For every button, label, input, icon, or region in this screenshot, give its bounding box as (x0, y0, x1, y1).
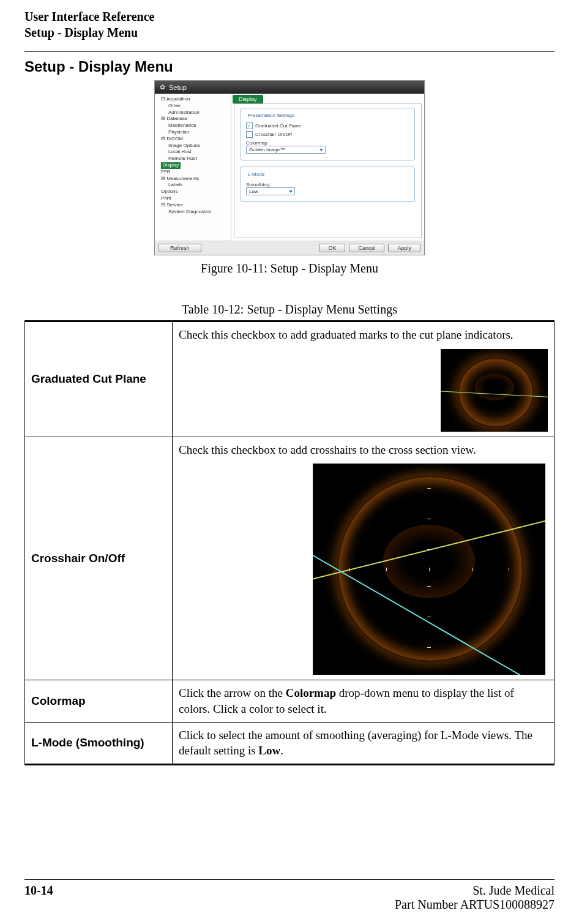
oct-image-large (313, 464, 545, 675)
page-number: 10-14 (24, 884, 53, 912)
crosshair-checkbox-label: Crosshair On/Off (255, 132, 292, 137)
row-desc-crosshair-text: Check this checkbox to add crosshairs to… (179, 443, 476, 456)
tree-physician[interactable]: Physician (156, 129, 230, 136)
cancel-button[interactable]: Cancel (349, 244, 384, 252)
setup-tree[interactable]: ⊟ Acquisition Other Administration ⊟ Dat… (155, 94, 231, 241)
tree-administration[interactable]: Administration (156, 110, 230, 116)
row-label-lmode: L-Mode (Smoothing) (25, 722, 173, 764)
tree-acquisition[interactable]: ⊟ Acquisition (156, 96, 230, 103)
colormap-dropdown[interactable]: Golden Image™ (246, 146, 326, 154)
ok-button[interactable]: OK (319, 244, 345, 252)
table-caption: Table 10-12: Setup - Display Menu Settin… (24, 302, 555, 317)
page-footer: 10-14 St. Jude Medical Part Number ARTUS… (24, 879, 555, 912)
figure-caption: Figure 10-11: Setup - Display Menu (24, 261, 555, 276)
colormap-label: Colormap (246, 140, 409, 146)
colormap-desc-pre: Click the arrow on the (179, 686, 286, 699)
footer-company: St. Jude Medical (395, 884, 555, 898)
tree-measurements[interactable]: ⊟ Measurements (156, 176, 230, 182)
row-label-colormap: Colormap (25, 680, 173, 722)
colormap-desc-bold: Colormap (286, 686, 336, 699)
table-row: Crosshair On/Off Check this checkbox to … (25, 437, 555, 680)
lmode-desc-bold: Low (258, 744, 280, 757)
lmode-fieldset: L-Mode Smoothing: Low (241, 167, 415, 202)
lmode-desc-pre: Click to select the amount of smoothing … (179, 729, 532, 757)
row-desc-lmode: Click to select the amount of smoothing … (173, 722, 555, 764)
lmode-desc-post: . (280, 744, 283, 757)
tree-database[interactable]: ⊟ Database (156, 116, 230, 122)
tree-print[interactable]: Print (156, 195, 230, 202)
checkbox-empty-icon[interactable] (246, 131, 253, 138)
tree-service[interactable]: ⊟ Service (156, 202, 230, 209)
presentation-fieldset: Presentation Settings ✓ Graduated Cut Pl… (241, 108, 415, 160)
dialog-footer: Refresh OK Cancel Apply (155, 241, 424, 255)
tree-ffr[interactable]: FFR (156, 169, 230, 176)
row-label-graduated: Graduated Cut Plane (25, 321, 173, 437)
smoothing-dropdown[interactable]: Low (246, 187, 295, 195)
tree-dicom[interactable]: ⊟ DICOM (156, 136, 230, 143)
running-header: User Interface Reference Setup - Display… (24, 9, 555, 40)
tree-options[interactable]: Options (156, 189, 230, 195)
lmode-legend: L-Mode (246, 171, 266, 177)
setup-right: Display Presentation Settings ✓ Graduate… (231, 94, 424, 241)
dialog-titlebar: Setup (155, 81, 424, 94)
tree-other[interactable]: Other (156, 103, 230, 110)
running-header-line1: User Interface Reference (24, 9, 555, 24)
crosshair-checkbox-row[interactable]: Crosshair On/Off (246, 131, 409, 138)
graduated-checkbox-label: Graduated Cut Plane (255, 123, 301, 129)
table-row: Colormap Click the arrow on the Colormap… (25, 680, 555, 722)
row-desc-crosshair: Check this checkbox to add crosshairs to… (173, 437, 555, 680)
setup-dialog: Setup ⊟ Acquisition Other Administration… (154, 80, 425, 255)
tree-system-diagnostics[interactable]: System Diagnostics (156, 209, 230, 216)
tree-local-host[interactable]: Local Host (156, 149, 230, 156)
apply-button[interactable]: Apply (388, 244, 420, 252)
tree-maintenance[interactable]: Maintenance (156, 122, 230, 129)
gear-icon (160, 83, 165, 91)
tree-remote-host[interactable]: Remote Host (156, 156, 230, 162)
tree-display[interactable]: Display (156, 162, 230, 169)
row-desc-colormap: Click the arrow on the Colormap drop-dow… (173, 680, 555, 722)
tree-image-options[interactable]: Image Options (156, 143, 230, 149)
settings-table: Graduated Cut Plane Check this checkbox … (24, 320, 555, 765)
oct-image-small (441, 349, 548, 432)
header-rule (24, 51, 555, 52)
check-icon[interactable]: ✓ (246, 122, 253, 129)
table-row: L-Mode (Smoothing) Click to select the a… (25, 722, 555, 764)
smoothing-label: Smoothing: (246, 182, 409, 187)
tree-labels[interactable]: Labels (156, 182, 230, 189)
refresh-button[interactable]: Refresh (159, 244, 201, 252)
dialog-title: Setup (169, 84, 187, 91)
row-label-crosshair: Crosshair On/Off (25, 437, 173, 680)
footer-rule (24, 879, 555, 880)
table-row: Graduated Cut Plane Check this checkbox … (25, 321, 555, 437)
presentation-legend: Presentation Settings (246, 113, 296, 118)
display-tab[interactable]: Display (233, 95, 263, 103)
row-desc-graduated: Check this checkbox to add graduated mar… (173, 321, 555, 437)
running-header-line2: Setup - Display Menu (24, 24, 555, 40)
figure-wrap: Setup ⊟ Acquisition Other Administration… (24, 80, 555, 276)
footer-part: Part Number ARTUS100088927 (395, 898, 555, 912)
section-heading: Setup - Display Menu (24, 58, 555, 75)
display-panel: Presentation Settings ✓ Graduated Cut Pl… (234, 103, 422, 238)
row-desc-graduated-text: Check this checkbox to add graduated mar… (179, 328, 514, 341)
graduated-checkbox-row[interactable]: ✓ Graduated Cut Plane (246, 122, 409, 129)
